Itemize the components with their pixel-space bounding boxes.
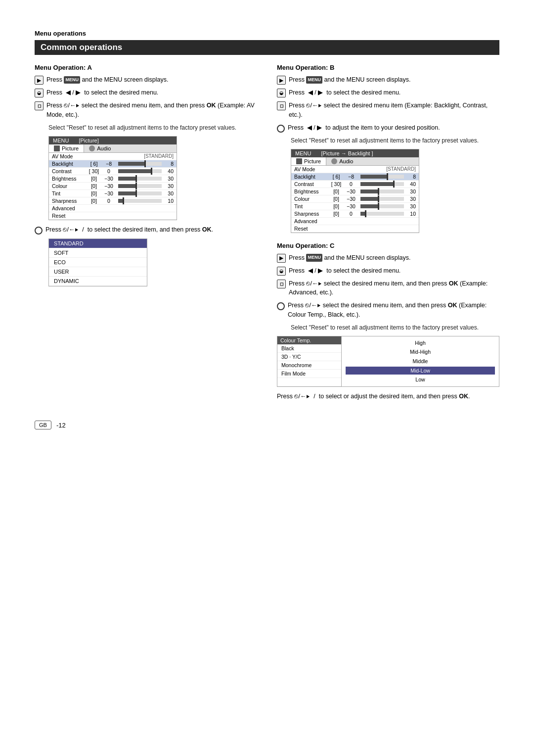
b-menu-tab-picture: Picture [291, 157, 326, 165]
sharpness-fill [118, 199, 123, 203]
footer-badge: GB [35, 421, 51, 429]
b-tint-label: Tint [294, 203, 329, 209]
colour-label: Colour [52, 183, 87, 189]
b-brightness-fill [360, 189, 378, 193]
common-operations-header: Common operations [35, 40, 499, 55]
b-sharpness-label: Sharpness [294, 211, 329, 217]
menu-mockup-b: MENU [Picture → Backlight ] Picture Audi… [291, 149, 419, 233]
brightness-right: 30 [164, 176, 174, 182]
b-sharpness-val1: [0] [329, 211, 344, 217]
menu-button-icon: MENU [64, 76, 80, 84]
audio-tab-icon [89, 145, 95, 151]
b-backlight-val1: [ 6] [329, 174, 344, 180]
sharpness-thumb [123, 197, 124, 204]
colour-val1: [0] [87, 183, 101, 189]
menu-row-reset: Reset [49, 212, 177, 220]
b-sharpness-bar [360, 212, 404, 216]
step-c2-icon: ◒ [277, 267, 286, 276]
step-a1: ▶ Press MENU and the MENU screen display… [35, 75, 257, 85]
b-reset-label: Reset [294, 226, 329, 232]
colour-bar [118, 184, 162, 188]
menu-row-tint: Tint [0] −30 30 [49, 190, 177, 197]
b-colour-label: Colour [294, 196, 329, 202]
step-a1-text: Press MENU and the MENU screen displays. [46, 75, 257, 85]
backlight-val1: [ 6] [87, 161, 101, 167]
b-brightness-thumb [378, 188, 379, 195]
step-c4-text: Press ⎋/←▶ select the desired menu item,… [288, 301, 499, 320]
b-menu-row-backlight: Backlight [ 6] −8 8 [291, 173, 419, 181]
sharpness-val2: 0 [101, 198, 116, 204]
step-b4-indent: Select "Reset" to reset all adjustment i… [291, 136, 499, 145]
tint-val1: [0] [87, 190, 101, 196]
two-column-layout: Menu Operation: A ▶ Press MENU and the M… [35, 64, 499, 401]
sharpness-bar [118, 199, 162, 203]
b-picture-tab-label: Picture [304, 158, 321, 164]
tint-val2: −30 [101, 190, 116, 196]
step-b3-icon: ◻ [277, 101, 286, 110]
submenu-row-soft: SOFT [49, 248, 147, 258]
b-avmode-label: AV Mode [294, 166, 329, 172]
sharpness-label: Sharpness [52, 198, 87, 204]
menu-mockup-a-tabs: Picture Audio [49, 144, 177, 153]
b-sharpness-right: 10 [406, 211, 416, 217]
menu-mockup-b-tabs: Picture Audio [291, 157, 419, 166]
c-menu-button-icon: MENU [306, 254, 322, 262]
page-footer: GB - 12 [35, 421, 499, 429]
colour-temp-mockup: Colour Temp. Black 3D · Y/C Monochrome F… [277, 336, 499, 387]
step-a4-text: Press ⎋/←▶ / to select the desired item,… [45, 225, 257, 235]
step-c2: ◒ Press ◀ / ▶ to select the desired menu… [277, 266, 499, 276]
colour-temp-midlow: Mid-Low [346, 367, 495, 375]
brightness-val1: [0] [87, 176, 101, 182]
footer-badge-text: GB [39, 422, 47, 428]
colour-thumb [135, 183, 137, 189]
step-b2-icon: ◒ [277, 89, 286, 97]
step-b2-text: Press ◀ / ▶ to select the desired menu. [289, 88, 499, 97]
sharpness-right: 10 [164, 198, 174, 204]
b-backlight-bar [360, 175, 404, 179]
step-c4-indent: Select "Reset" to reset all adjustment i… [291, 323, 499, 332]
contrast-bar [118, 169, 162, 173]
footer-page-number: 12 [58, 422, 65, 429]
colour-temp-black: Black [277, 344, 341, 353]
contrast-fill [118, 169, 151, 173]
b-menu-row-reset: Reset [291, 225, 419, 233]
avmode-label: AV Mode [52, 153, 87, 159]
menu-row-sharpness: Sharpness [0] 0 10 [49, 197, 177, 205]
backlight-val2: −8 [101, 161, 116, 167]
menu-tab-audio: Audio [84, 144, 116, 152]
colour-temp-high: High [346, 339, 495, 347]
audio-tab-label: Audio [97, 145, 111, 151]
tint-label: Tint [52, 190, 87, 196]
b-colour-fill [360, 197, 378, 201]
tint-right: 30 [164, 190, 174, 196]
b-tint-thumb [378, 203, 379, 210]
menu-row-advanced: Advanced [49, 205, 177, 212]
b-contrast-label: Contrast [294, 181, 329, 187]
b-colour-val2: −30 [344, 196, 358, 202]
step-c3-icon: ◻ [277, 280, 286, 288]
step-c4-icon [277, 302, 285, 310]
step-b3-text: Press ⎋/←▶ select the desired menu item … [289, 101, 499, 120]
advanced-label: Advanced [52, 205, 87, 211]
brightness-val2: −30 [101, 176, 116, 182]
step-a2: ◒ Press ◀ / ▶ to select the desired menu… [35, 88, 257, 97]
b-contrast-val2: 0 [344, 181, 358, 187]
backlight-thumb [144, 160, 146, 167]
submenu-row-standard: STANDARD [49, 239, 147, 248]
step-a1-icon: ▶ [35, 76, 44, 85]
step-a2-icon: ◒ [35, 89, 44, 97]
b-tint-val2: −30 [344, 203, 358, 209]
b-tint-bar [360, 204, 404, 208]
b-colour-bar [360, 197, 404, 201]
contrast-val1: [ 30] [87, 168, 101, 174]
step-c3-text: Press ⎋/←▶ select the desired menu item,… [289, 279, 499, 298]
step-c2-text: Press ◀ / ▶ to select the desired menu. [289, 266, 499, 276]
menu-mockup-b-header: MENU [Picture → Backlight ] [291, 149, 419, 157]
menu-tab-picture: Picture [49, 144, 84, 152]
menu-header-left: MENU [53, 138, 69, 143]
tint-fill [118, 191, 135, 195]
step-b4-icon [277, 125, 285, 133]
step-c3: ◻ Press ⎋/←▶ select the desired menu ite… [277, 279, 499, 298]
menu-row-brightness: Brightness [0] −30 30 [49, 175, 177, 183]
menu-row-avmode: AV Mode [STANDARD] [49, 153, 177, 160]
